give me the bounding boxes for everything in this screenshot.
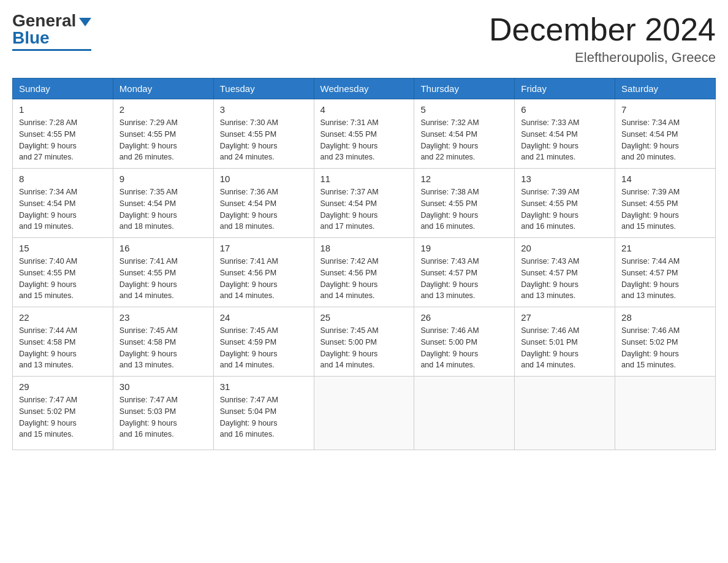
day-info: Sunrise: 7:47 AM Sunset: 5:03 PM Dayligh… <box>119 394 207 440</box>
calendar-week-row: 8 Sunrise: 7:34 AM Sunset: 4:54 PM Dayli… <box>13 169 716 238</box>
day-info: Sunrise: 7:45 AM Sunset: 4:58 PM Dayligh… <box>119 325 207 371</box>
table-row <box>314 377 414 450</box>
location-subtitle: Eleftheroupolis, Greece <box>489 50 716 66</box>
day-info: Sunrise: 7:28 AM Sunset: 4:55 PM Dayligh… <box>19 117 107 163</box>
day-number: 20 <box>521 243 609 253</box>
col-wednesday: Wednesday <box>314 79 414 99</box>
day-number: 18 <box>320 243 408 253</box>
day-info: Sunrise: 7:44 AM Sunset: 4:57 PM Dayligh… <box>621 256 709 302</box>
logo-general-text: General <box>12 12 76 29</box>
table-row: 14 Sunrise: 7:39 AM Sunset: 4:55 PM Dayl… <box>615 169 716 238</box>
title-block: December 2024 Eleftheroupolis, Greece <box>489 12 716 66</box>
col-sunday: Sunday <box>13 79 113 99</box>
col-saturday: Saturday <box>615 79 716 99</box>
day-info: Sunrise: 7:41 AM Sunset: 4:56 PM Dayligh… <box>220 256 308 302</box>
day-info: Sunrise: 7:44 AM Sunset: 4:58 PM Dayligh… <box>19 325 107 371</box>
table-row: 6 Sunrise: 7:33 AM Sunset: 4:54 PM Dayli… <box>515 99 615 169</box>
day-number: 21 <box>621 243 709 253</box>
table-row <box>615 377 716 450</box>
calendar-table: Sunday Monday Tuesday Wednesday Thursday… <box>12 78 716 450</box>
day-number: 15 <box>19 243 107 253</box>
day-info: Sunrise: 7:34 AM Sunset: 4:54 PM Dayligh… <box>621 117 709 163</box>
day-info: Sunrise: 7:30 AM Sunset: 4:55 PM Dayligh… <box>220 117 308 163</box>
day-number: 19 <box>420 243 508 253</box>
day-number: 4 <box>320 104 408 115</box>
logo-underline <box>12 49 91 51</box>
day-info: Sunrise: 7:40 AM Sunset: 4:55 PM Dayligh… <box>19 256 107 302</box>
table-row: 7 Sunrise: 7:34 AM Sunset: 4:54 PM Dayli… <box>615 99 716 169</box>
table-row: 11 Sunrise: 7:37 AM Sunset: 4:54 PM Dayl… <box>314 169 414 238</box>
day-number: 27 <box>521 312 609 323</box>
page-header: General Blue December 2024 Eleftheroupol… <box>12 12 716 66</box>
day-number: 16 <box>119 243 207 253</box>
day-number: 11 <box>320 174 408 184</box>
table-row: 25 Sunrise: 7:45 AM Sunset: 5:00 PM Dayl… <box>314 307 414 377</box>
month-title: December 2024 <box>489 12 716 47</box>
col-thursday: Thursday <box>414 79 515 99</box>
day-number: 7 <box>621 104 709 115</box>
table-row: 28 Sunrise: 7:46 AM Sunset: 5:02 PM Dayl… <box>615 307 716 377</box>
day-info: Sunrise: 7:42 AM Sunset: 4:56 PM Dayligh… <box>320 256 408 302</box>
day-number: 25 <box>320 312 408 323</box>
day-info: Sunrise: 7:33 AM Sunset: 4:54 PM Dayligh… <box>521 117 609 163</box>
day-number: 3 <box>220 104 308 115</box>
day-info: Sunrise: 7:36 AM Sunset: 4:54 PM Dayligh… <box>220 186 308 232</box>
table-row: 22 Sunrise: 7:44 AM Sunset: 4:58 PM Dayl… <box>13 307 113 377</box>
calendar-week-row: 22 Sunrise: 7:44 AM Sunset: 4:58 PM Dayl… <box>13 307 716 377</box>
table-row: 16 Sunrise: 7:41 AM Sunset: 4:55 PM Dayl… <box>113 238 213 307</box>
table-row: 24 Sunrise: 7:45 AM Sunset: 4:59 PM Dayl… <box>213 307 314 377</box>
col-friday: Friday <box>515 79 615 99</box>
table-row: 18 Sunrise: 7:42 AM Sunset: 4:56 PM Dayl… <box>314 238 414 307</box>
table-row: 21 Sunrise: 7:44 AM Sunset: 4:57 PM Dayl… <box>615 238 716 307</box>
day-info: Sunrise: 7:35 AM Sunset: 4:54 PM Dayligh… <box>119 186 207 232</box>
col-tuesday: Tuesday <box>213 79 314 99</box>
table-row: 15 Sunrise: 7:40 AM Sunset: 4:55 PM Dayl… <box>13 238 113 307</box>
table-row: 17 Sunrise: 7:41 AM Sunset: 4:56 PM Dayl… <box>213 238 314 307</box>
day-info: Sunrise: 7:34 AM Sunset: 4:54 PM Dayligh… <box>19 186 107 232</box>
day-info: Sunrise: 7:43 AM Sunset: 4:57 PM Dayligh… <box>521 256 609 302</box>
day-number: 13 <box>521 174 609 184</box>
table-row: 3 Sunrise: 7:30 AM Sunset: 4:55 PM Dayli… <box>213 99 314 169</box>
day-number: 24 <box>220 312 308 323</box>
day-info: Sunrise: 7:45 AM Sunset: 5:00 PM Dayligh… <box>320 325 408 371</box>
day-info: Sunrise: 7:46 AM Sunset: 5:01 PM Dayligh… <box>521 325 609 371</box>
day-info: Sunrise: 7:47 AM Sunset: 5:02 PM Dayligh… <box>19 394 107 440</box>
table-row: 31 Sunrise: 7:47 AM Sunset: 5:04 PM Dayl… <box>213 377 314 450</box>
calendar-header-row: Sunday Monday Tuesday Wednesday Thursday… <box>13 79 716 99</box>
calendar-week-row: 29 Sunrise: 7:47 AM Sunset: 5:02 PM Dayl… <box>13 377 716 450</box>
table-row: 13 Sunrise: 7:39 AM Sunset: 4:55 PM Dayl… <box>515 169 615 238</box>
day-number: 29 <box>19 381 107 392</box>
day-info: Sunrise: 7:41 AM Sunset: 4:55 PM Dayligh… <box>119 256 207 302</box>
day-number: 31 <box>220 381 308 392</box>
table-row: 20 Sunrise: 7:43 AM Sunset: 4:57 PM Dayl… <box>515 238 615 307</box>
day-info: Sunrise: 7:47 AM Sunset: 5:04 PM Dayligh… <box>220 394 308 440</box>
day-number: 10 <box>220 174 308 184</box>
day-number: 22 <box>19 312 107 323</box>
table-row: 23 Sunrise: 7:45 AM Sunset: 4:58 PM Dayl… <box>113 307 213 377</box>
day-info: Sunrise: 7:38 AM Sunset: 4:55 PM Dayligh… <box>420 186 508 232</box>
table-row <box>515 377 615 450</box>
table-row: 5 Sunrise: 7:32 AM Sunset: 4:54 PM Dayli… <box>414 99 515 169</box>
day-number: 2 <box>119 104 207 115</box>
day-number: 26 <box>420 312 508 323</box>
table-row: 12 Sunrise: 7:38 AM Sunset: 4:55 PM Dayl… <box>414 169 515 238</box>
day-info: Sunrise: 7:29 AM Sunset: 4:55 PM Dayligh… <box>119 117 207 163</box>
table-row: 1 Sunrise: 7:28 AM Sunset: 4:55 PM Dayli… <box>13 99 113 169</box>
day-number: 12 <box>420 174 508 184</box>
table-row: 29 Sunrise: 7:47 AM Sunset: 5:02 PM Dayl… <box>13 377 113 450</box>
day-info: Sunrise: 7:31 AM Sunset: 4:55 PM Dayligh… <box>320 117 408 163</box>
table-row: 26 Sunrise: 7:46 AM Sunset: 5:00 PM Dayl… <box>414 307 515 377</box>
day-info: Sunrise: 7:43 AM Sunset: 4:57 PM Dayligh… <box>420 256 508 302</box>
day-info: Sunrise: 7:32 AM Sunset: 4:54 PM Dayligh… <box>420 117 508 163</box>
day-number: 5 <box>420 104 508 115</box>
logo: General Blue <box>12 12 91 51</box>
day-number: 9 <box>119 174 207 184</box>
table-row <box>414 377 515 450</box>
day-number: 8 <box>19 174 107 184</box>
col-monday: Monday <box>113 79 213 99</box>
table-row: 2 Sunrise: 7:29 AM Sunset: 4:55 PM Dayli… <box>113 99 213 169</box>
day-info: Sunrise: 7:45 AM Sunset: 4:59 PM Dayligh… <box>220 325 308 371</box>
day-number: 6 <box>521 104 609 115</box>
day-info: Sunrise: 7:37 AM Sunset: 4:54 PM Dayligh… <box>320 186 408 232</box>
day-info: Sunrise: 7:46 AM Sunset: 5:02 PM Dayligh… <box>621 325 709 371</box>
